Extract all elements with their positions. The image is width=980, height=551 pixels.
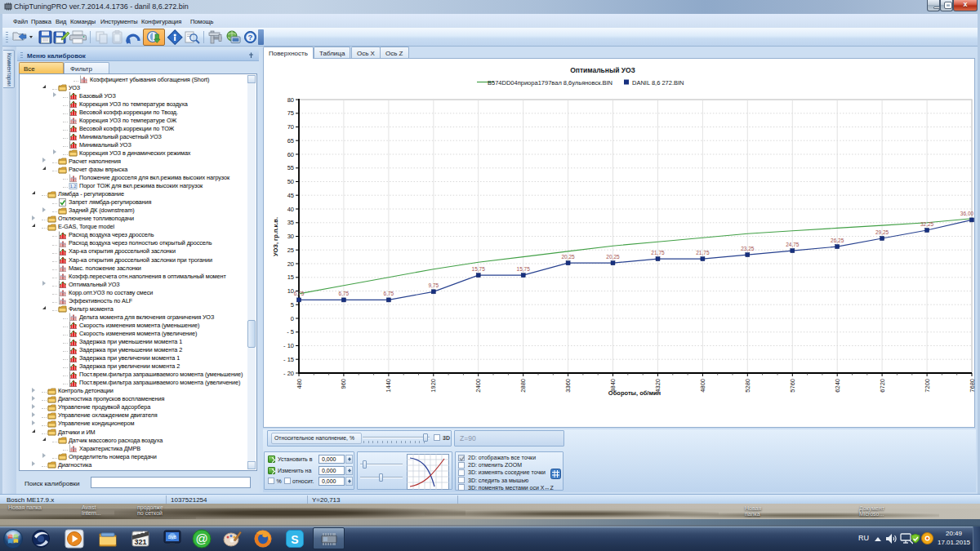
svg-text:321: 321 [134, 538, 146, 546]
svg-text:21,75: 21,75 [696, 250, 710, 256]
svg-text:5760: 5760 [789, 379, 796, 393]
svg-text:6720: 6720 [879, 379, 886, 393]
svg-text:3360: 3360 [564, 379, 572, 393]
svg-text:- 10: - 10 [283, 342, 294, 349]
svg-text:15,75: 15,75 [517, 266, 531, 272]
svg-text:6,75: 6,75 [339, 291, 350, 296]
svg-text:15,75: 15,75 [472, 266, 486, 272]
svg-text:20,25: 20,25 [606, 254, 620, 260]
svg-text:S: S [291, 533, 298, 546]
svg-text:55: 55 [287, 164, 294, 171]
svg-text:36,00: 36,00 [960, 211, 974, 216]
svg-text:B574DD04приора1797вал 8,6ульян: B574DD04приора1797вал 8,6ульяновск.BIN [488, 79, 612, 87]
svg-text:6,75: 6,75 [294, 291, 305, 296]
svg-text:DANIL 8,6 272.BIN: DANIL 8,6 272.BIN [632, 79, 684, 87]
svg-text:2880: 2880 [519, 379, 527, 393]
svg-text:DVB: DVB [168, 535, 177, 540]
svg-text:5280: 5280 [744, 379, 751, 393]
svg-text:9,75: 9,75 [428, 282, 439, 288]
svg-text:7200: 7200 [924, 379, 931, 393]
svg-text:50: 50 [287, 178, 294, 185]
svg-text:4800: 4800 [699, 379, 706, 393]
svg-text:480: 480 [296, 379, 303, 389]
svg-text:7680: 7680 [969, 379, 976, 393]
svg-text:0: 0 [291, 315, 294, 322]
svg-text:80: 80 [287, 96, 294, 104]
svg-text:20: 20 [287, 260, 294, 268]
svg-text:65: 65 [287, 137, 294, 144]
svg-text:40: 40 [287, 206, 294, 213]
svg-text:УОЗ, гр.п.к.в.: УОЗ, гр.п.к.в. [272, 217, 279, 256]
svg-text:15: 15 [287, 273, 294, 281]
svg-text:20,25: 20,25 [561, 254, 575, 260]
svg-text:60: 60 [287, 151, 294, 158]
svg-text:- 20: - 20 [283, 370, 294, 377]
svg-text:1440: 1440 [385, 379, 392, 393]
svg-text:1920: 1920 [430, 379, 437, 393]
svg-text:75: 75 [287, 109, 294, 117]
svg-text:2400: 2400 [474, 379, 482, 393]
svg-text:25: 25 [287, 247, 294, 254]
svg-text:6,75: 6,75 [384, 291, 394, 296]
svg-text:- 5: - 5 [287, 328, 294, 335]
svg-text:- 15: - 15 [283, 356, 294, 363]
svg-text:30: 30 [287, 233, 294, 240]
svg-text:70: 70 [287, 123, 294, 131]
svg-text:Оптимальный УОЗ: Оптимальный УОЗ [570, 66, 635, 74]
svg-text:5: 5 [291, 301, 294, 309]
svg-text:35: 35 [287, 219, 294, 226]
svg-text:24,75: 24,75 [786, 242, 800, 247]
svg-text:29,25: 29,25 [875, 229, 889, 235]
svg-text:45: 45 [287, 192, 294, 199]
svg-text:?: ? [248, 33, 253, 42]
svg-text:32,25: 32,25 [920, 221, 934, 227]
svg-text:960: 960 [340, 379, 347, 389]
svg-text:6240: 6240 [834, 379, 841, 393]
svg-text:@: @ [195, 531, 207, 545]
svg-text:26,25: 26,25 [831, 238, 844, 243]
svg-text:21,75: 21,75 [651, 250, 665, 256]
svg-text:23,25: 23,25 [741, 246, 755, 251]
svg-text:Обороты, об/мин: Обороты, об/мин [608, 389, 661, 397]
